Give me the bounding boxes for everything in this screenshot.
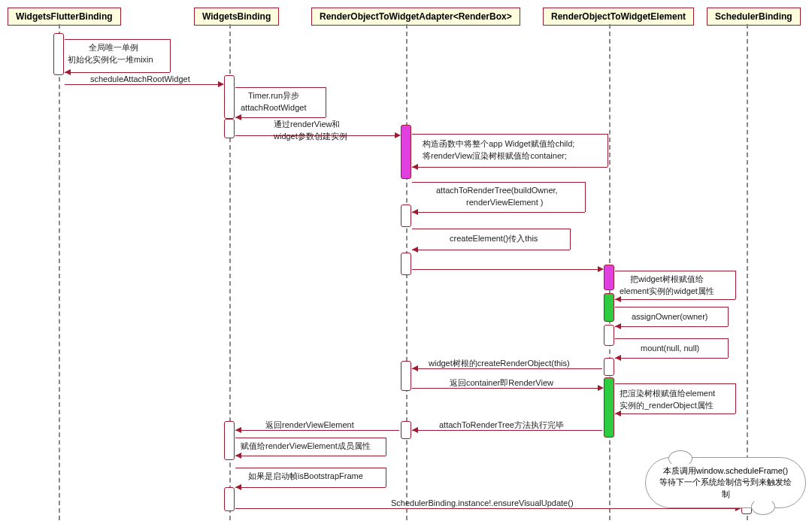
arrow-head xyxy=(615,323,621,329)
activation-box xyxy=(604,325,614,346)
arrow xyxy=(235,87,326,88)
arrow-head xyxy=(412,164,418,170)
arrow-head xyxy=(412,247,418,253)
participant-render-adapter: RenderObjectToWidgetAdapter<RenderBox> xyxy=(311,8,520,26)
arrow xyxy=(607,134,608,167)
arrow-head xyxy=(412,427,418,433)
arrow-head xyxy=(235,484,241,490)
arrow-head xyxy=(235,453,241,459)
msg-label: 实例的_renderObject属性 xyxy=(620,400,714,410)
arrow-head xyxy=(65,69,71,75)
activation-box xyxy=(224,119,235,138)
msg-label: 返回renderViewElement xyxy=(265,420,354,430)
participant-widgets-binding: WidgetsBinding xyxy=(194,8,279,26)
msg-label: 将renderView渲染树根赋值给container; xyxy=(423,150,567,161)
arrow-head xyxy=(598,385,604,391)
arrow xyxy=(235,468,386,468)
lifeline xyxy=(747,24,748,520)
arrow xyxy=(386,438,386,456)
activation-box xyxy=(224,421,235,460)
msg-label: 把渲染树根赋值给element xyxy=(620,388,715,398)
arrow xyxy=(326,87,326,117)
activation-box xyxy=(401,125,411,179)
arrow xyxy=(412,167,607,168)
arrow xyxy=(735,271,736,299)
arrow xyxy=(65,72,170,73)
msg-label: 通过renderView和 xyxy=(274,119,340,129)
arrow xyxy=(615,271,735,271)
activation-box xyxy=(604,293,614,322)
arrow xyxy=(412,212,585,213)
arrow xyxy=(170,39,171,72)
arrow xyxy=(615,299,735,300)
activation-box xyxy=(53,33,64,75)
arrow xyxy=(386,468,386,487)
msg-label: 赋值给renderViewElement成员属性 xyxy=(241,441,371,451)
msg-label: scheduleAttachRootWidget xyxy=(90,74,190,84)
msg-label: 返回container即RenderView xyxy=(450,377,553,388)
participant-widgets-flutter-binding: WidgetsFlutterBinding xyxy=(8,8,121,26)
arrow-head xyxy=(615,410,621,416)
activation-box xyxy=(604,265,614,290)
msg-label: createElement()传入this xyxy=(450,233,538,244)
arrow xyxy=(412,134,607,135)
arrow xyxy=(615,326,728,327)
arrow xyxy=(412,250,570,250)
arrow-head xyxy=(235,114,241,120)
note-cloud: 本质调用window.scheduleFrame() 等待下一个系统绘制信号到来… xyxy=(645,457,806,508)
activation-box xyxy=(401,361,411,391)
arrow xyxy=(412,229,570,229)
activation-box xyxy=(401,421,411,439)
msg-label: mount(null, null) xyxy=(641,343,699,353)
arrow-head xyxy=(218,81,224,87)
activation-box xyxy=(224,75,235,119)
msg-label: assignOwner(owner) xyxy=(632,311,707,322)
arrow xyxy=(412,269,602,270)
arrow xyxy=(412,182,585,183)
arrow xyxy=(585,182,586,212)
arrow xyxy=(235,456,386,456)
arrow xyxy=(615,358,728,359)
arrow xyxy=(615,307,728,307)
activation-box xyxy=(401,204,411,227)
arrow-head xyxy=(615,296,621,302)
msg-label: 初始化实例化一堆mixin xyxy=(68,54,153,65)
msg-label: renderViewElement ) xyxy=(466,197,544,207)
msg-label: widget参数创建实例 xyxy=(274,131,347,141)
participant-scheduler-binding: SchedulerBinding xyxy=(707,8,801,26)
msg-label: widget树根的createRenderObject(this) xyxy=(429,358,570,368)
arrow xyxy=(65,39,170,40)
arrow xyxy=(615,413,735,414)
arrow xyxy=(235,438,386,438)
msg-label: Timer.run异步 xyxy=(248,90,299,101)
arrow xyxy=(728,338,729,358)
activation-box xyxy=(224,487,235,511)
lifeline xyxy=(59,24,60,520)
arrow xyxy=(615,338,728,339)
arrow-head xyxy=(235,427,241,433)
msg-label: element实例的widget属性 xyxy=(620,286,714,296)
activation-box xyxy=(401,253,411,275)
arrow-head xyxy=(412,209,418,215)
activation-box xyxy=(604,358,614,376)
arrow-head xyxy=(615,355,621,361)
arrow-head xyxy=(598,266,604,272)
msg-label: attachToRenderTree方法执行完毕 xyxy=(439,420,564,430)
msg-label: attachToRenderTree(buildOwner, xyxy=(436,185,558,195)
arrow xyxy=(728,307,729,326)
msg-label: 全局唯一单例 xyxy=(89,42,138,53)
arrow-head xyxy=(412,365,418,371)
arrow xyxy=(570,229,571,250)
msg-label: 把widget树根赋值给 xyxy=(630,274,704,284)
msg-label: 如果是启动帧isBootstrapFrame xyxy=(248,471,363,481)
participant-render-element: RenderObjectToWidgetElement xyxy=(543,8,694,26)
msg-label: attachRootWidget xyxy=(241,102,306,113)
arrow xyxy=(735,383,736,413)
activation-box xyxy=(604,377,614,438)
msg-label: 构造函数中将整个app Widget赋值给child; xyxy=(423,138,574,149)
arrow-head xyxy=(395,132,401,138)
msg-label: SchedulerBinding.instance!.ensureVisualU… xyxy=(391,498,574,508)
arrow xyxy=(615,383,735,384)
arrow xyxy=(235,117,326,118)
arrow xyxy=(235,487,386,488)
